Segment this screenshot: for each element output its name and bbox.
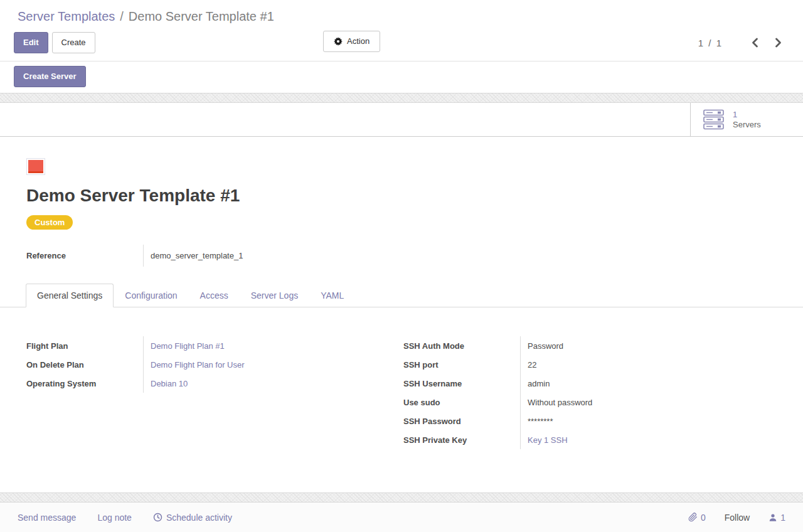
log-note-link[interactable]: Log note [97, 513, 132, 523]
reference-value: demo_server_template_1 [143, 245, 243, 267]
breadcrumb: Server Templates/Demo Server Template #1 [18, 8, 785, 24]
operating-system-value-link[interactable]: Debian 10 [143, 374, 188, 393]
ssh-auth-mode-label: SSH Auth Mode [403, 336, 520, 355]
create-server-button[interactable]: Create Server [14, 66, 86, 87]
chatter-bar: Send message Log note Schedule activity … [0, 503, 803, 532]
use-sudo-value: Without password [520, 393, 592, 412]
schedule-activity-link[interactable]: Schedule activity [153, 513, 232, 523]
form-sheet: 1 Servers Demo Server Template #1 Custom… [0, 103, 803, 492]
ssh-password-value: ******** [520, 412, 553, 430]
field-row-flight-plan: Flight Plan Demo Flight Plan #1 [26, 336, 395, 355]
field-row-ssh-username: SSH Username admin [403, 374, 778, 393]
pager-previous-button[interactable] [748, 36, 762, 49]
tab-yaml[interactable]: YAML [309, 284, 355, 307]
record-title: Demo Server Template #1 [26, 185, 778, 206]
flight-plan-value-link[interactable]: Demo Flight Plan #1 [143, 336, 225, 355]
ssh-username-label: SSH Username [403, 374, 520, 393]
tab-access[interactable]: Access [189, 284, 240, 307]
separator-band-top [0, 93, 803, 103]
breadcrumb-current: Demo Server Template #1 [129, 9, 274, 23]
attachments-counter[interactable]: 0 [688, 513, 706, 523]
attachments-count: 0 [701, 513, 706, 523]
gear-icon [334, 37, 343, 46]
breadcrumb-separator: / [120, 9, 124, 23]
ssh-username-value: admin [520, 374, 550, 393]
flight-plan-label: Flight Plan [26, 336, 143, 355]
reference-label: Reference [26, 245, 143, 267]
custom-tag-badge: Custom [26, 215, 73, 230]
field-row-ssh-private-key: SSH Private Key Key 1 SSH [403, 430, 778, 449]
clock-icon [153, 513, 162, 522]
field-group-left: Flight Plan Demo Flight Plan #1 On Delet… [26, 336, 395, 449]
on-delete-plan-value-link[interactable]: Demo Flight Plan for User [143, 355, 245, 374]
statusbar: 1 Servers [0, 103, 803, 137]
operating-system-label: Operating System [26, 374, 143, 393]
chevron-right-icon [775, 38, 782, 48]
on-delete-plan-label: On Delete Plan [26, 355, 143, 374]
paperclip-icon [688, 513, 698, 522]
person-icon [768, 513, 777, 522]
chevron-left-icon [752, 38, 758, 48]
follow-button[interactable]: Follow [725, 513, 750, 523]
ssh-port-label: SSH port [403, 355, 520, 374]
tab-general-settings[interactable]: General Settings [26, 284, 114, 307]
tab-panel-general-settings: Flight Plan Demo Flight Plan #1 On Delet… [26, 336, 778, 449]
field-row-ssh-password: SSH Password ******** [403, 412, 778, 430]
tab-server-logs[interactable]: Server Logs [240, 284, 309, 307]
control-panel: Server Templates/Demo Server Template #1… [0, 0, 803, 93]
field-row-use-sudo: Use sudo Without password [403, 393, 778, 412]
field-row-ssh-auth-mode: SSH Auth Mode Password [403, 336, 778, 355]
ssh-password-label: SSH Password [403, 412, 520, 430]
field-row-operating-system: Operating System Debian 10 [26, 374, 395, 393]
pager: 1 / 1 [698, 36, 785, 49]
action-button[interactable]: Action [323, 31, 380, 52]
servers-stat-count: 1 [733, 110, 761, 120]
action-button-label: Action [347, 36, 370, 46]
field-row-ssh-port: SSH port 22 [403, 355, 778, 374]
pager-next-button[interactable] [771, 36, 785, 49]
create-button[interactable]: Create [52, 32, 95, 53]
reference-field: Reference demo_server_template_1 [26, 245, 778, 267]
servers-stat-label: Servers [733, 120, 761, 130]
edit-button[interactable]: Edit [14, 32, 48, 53]
server-stack-icon [703, 109, 725, 130]
field-group-right: SSH Auth Mode Password SSH port 22 SSH U… [403, 336, 778, 449]
pager-value: 1 / 1 [698, 38, 723, 48]
breadcrumb-parent-link[interactable]: Server Templates [18, 9, 115, 23]
tab-configuration[interactable]: Configuration [114, 284, 188, 307]
send-message-link[interactable]: Send message [18, 513, 76, 523]
servers-stat-button[interactable]: 1 Servers [690, 103, 803, 136]
ssh-auth-mode-value: Password [520, 336, 563, 355]
ssh-port-value: 22 [520, 355, 536, 374]
separator-band-bottom [0, 492, 803, 503]
tab-bar: General Settings Configuration Access Se… [0, 284, 803, 307]
followers-count: 1 [780, 513, 785, 523]
ssh-private-key-value-link[interactable]: Key 1 SSH [520, 430, 568, 449]
schedule-activity-label: Schedule activity [166, 513, 232, 523]
record-image [26, 158, 45, 175]
field-row-on-delete-plan: On Delete Plan Demo Flight Plan for User [26, 355, 395, 374]
ssh-private-key-label: SSH Private Key [403, 430, 520, 449]
use-sudo-label: Use sudo [403, 393, 520, 412]
followers-counter[interactable]: 1 [768, 513, 785, 523]
